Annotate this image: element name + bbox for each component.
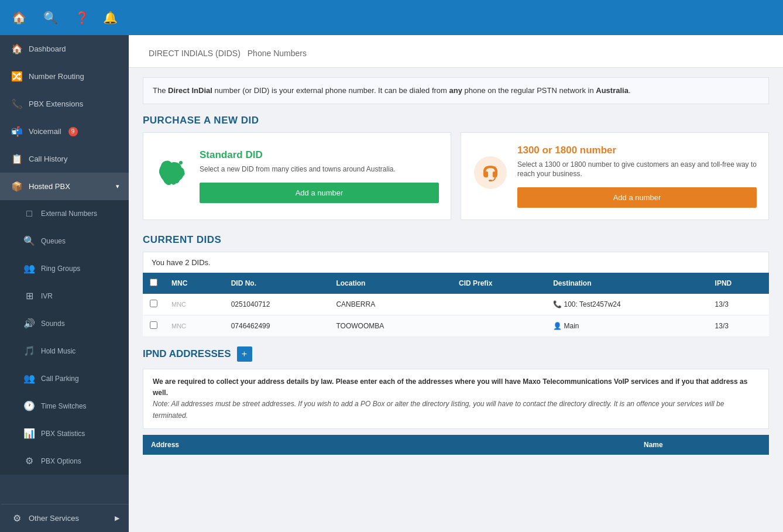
row1-ipnd: 13/3: [708, 294, 769, 315]
sidebar-item-external-numbers[interactable]: □ External Numbers: [0, 200, 129, 227]
topbar: 🏠 🔍 ❓ 🔔: [0, 0, 783, 35]
sidebar-submenu: □ External Numbers 🔍 Queues 👥 Ring Group…: [0, 200, 129, 475]
ipnd-info-bold: We are required to collect your address …: [153, 376, 759, 399]
sidebar-item-call-history[interactable]: 📋 Call History: [0, 145, 129, 173]
col-destination: Destination: [546, 273, 708, 294]
sidebar-label-sounds: Sounds: [41, 320, 65, 328]
sidebar-item-ring-groups[interactable]: 👥 Ring Groups: [0, 255, 129, 282]
sidebar-item-pbx-statistics[interactable]: 📊 PBX Statistics: [0, 420, 129, 447]
person-dest-icon: 👤: [553, 322, 562, 330]
add-standard-did-button[interactable]: Add a number: [200, 183, 439, 203]
dids-table: MNC DID No. Location CID Prefix Destinat…: [143, 273, 769, 337]
sidebar-label-dashboard: Dashboard: [29, 44, 66, 53]
table-row: MNC 0251040712 CANBERRA 📞 100: Test2457w…: [143, 294, 769, 315]
table-row: MNC 0746462499 TOOWOOMBA 👤 Main 13/3: [143, 315, 769, 337]
row1-mnc: MNC: [164, 294, 224, 315]
table-header-row: MNC DID No. Location CID Prefix Destinat…: [143, 273, 769, 294]
sidebar-item-sounds[interactable]: 🔊 Sounds: [0, 310, 129, 337]
sidebar-item-voicemail[interactable]: 📬 Voicemail 9: [0, 118, 129, 145]
svg-rect-2: [489, 180, 492, 181]
sidebar-item-call-parking[interactable]: 👥 Call Parking: [0, 365, 129, 392]
routing-icon: 🔀: [11, 71, 23, 82]
sidebar-label-time-switches: Time Switches: [41, 402, 87, 410]
info-banner: The Direct InDial number (or DID) is you…: [143, 77, 769, 104]
sidebar-item-pbx-extensions[interactable]: 📞 PBX Extensions: [0, 90, 129, 118]
add-toll-free-button[interactable]: Add a number: [517, 187, 757, 208]
sounds-icon: 🔊: [23, 318, 35, 329]
row1-checkbox[interactable]: [150, 300, 157, 307]
ipnd-heading-text: IPND ADDRESSES: [143, 348, 231, 360]
sidebar-label-call-history: Call History: [29, 155, 67, 163]
home-icon: 🏠: [11, 43, 23, 54]
sidebar-item-queues[interactable]: 🔍 Queues: [0, 227, 129, 255]
search-button[interactable]: 🔍: [37, 5, 63, 30]
sidebar-item-ivr[interactable]: ⊞ IVR: [0, 282, 129, 310]
sidebar-item-number-routing[interactable]: 🔀 Number Routing: [0, 63, 129, 90]
row2-location: TOOWOOMBA: [329, 315, 452, 337]
dids-count: You have 2 DIDs.: [143, 252, 769, 273]
purchase-cards: Standard DID Select a new DID from many …: [129, 132, 783, 232]
dids-table-wrap: MNC DID No. Location CID Prefix Destinat…: [143, 273, 769, 337]
sidebar-label-number-routing: Number Routing: [29, 72, 84, 81]
standard-did-description: Select a new DID from many cities and to…: [200, 164, 439, 174]
content-area: DIRECT INDIALS (DIDS) Phone Numbers The …: [129, 35, 783, 532]
headset-icon: [473, 155, 508, 197]
current-dids-heading: CURRENT DIDS: [143, 232, 769, 252]
ring-groups-icon: 👥: [23, 263, 35, 274]
select-all-checkbox[interactable]: [150, 279, 157, 286]
row1-location: CANBERRA: [329, 294, 452, 315]
current-dids-section: CURRENT DIDS You have 2 DIDs. MNC DID No…: [129, 232, 783, 337]
queues-icon: 🔍: [23, 235, 35, 246]
page-header: DIRECT INDIALS (DIDS) Phone Numbers: [129, 35, 783, 68]
toll-free-title: 1300 or 1800 number: [517, 145, 757, 156]
row2-checkbox[interactable]: [150, 321, 157, 329]
chevron-down-icon: ▾: [116, 183, 119, 190]
sidebar-label-external-numbers: External Numbers: [41, 210, 97, 218]
purchase-heading: PURCHASE A NEW DID: [129, 104, 783, 132]
sidebar: 🏠 Dashboard 🔀 Number Routing 📞 PBX Exten…: [0, 35, 129, 532]
sidebar-item-hosted-pbx[interactable]: 📦 Hosted PBX ▾: [0, 173, 129, 200]
toll-free-content: 1300 or 1800 number Select a 1300 or 180…: [517, 145, 757, 208]
voicemail-icon: 📬: [11, 126, 23, 137]
col-checkbox: [143, 273, 164, 294]
notification-bell[interactable]: 🔔: [103, 11, 118, 25]
sidebar-item-hold-music[interactable]: 🎵 Hold Music: [0, 337, 129, 365]
row2-did: 0746462499: [224, 315, 329, 337]
hosted-pbx-icon: 📦: [11, 181, 23, 192]
call-history-icon: 📋: [11, 153, 23, 164]
row1-destination: 📞 100: Test2457w24: [546, 294, 708, 315]
row1-cid: [452, 294, 546, 315]
main-layout: 🏠 Dashboard 🔀 Number Routing 📞 PBX Exten…: [0, 35, 783, 532]
standard-did-card: Standard DID Select a new DID from many …: [143, 132, 451, 221]
page-title: DIRECT INDIALS (DIDS) Phone Numbers: [143, 46, 769, 59]
row2-checkbox-cell: [143, 315, 164, 337]
svg-point-1: [474, 156, 507, 189]
sidebar-item-time-switches[interactable]: 🕐 Time Switches: [0, 392, 129, 420]
time-switches-icon: 🕐: [23, 400, 35, 411]
external-numbers-icon: □: [23, 208, 35, 219]
voicemail-badge: 9: [68, 127, 78, 136]
toll-free-description: Select a 1300 or 1800 number to give cus…: [517, 160, 757, 180]
home-button[interactable]: 🏠: [6, 5, 32, 30]
col-location: Location: [329, 273, 452, 294]
toll-free-card: 1300 or 1800 number Select a 1300 or 180…: [461, 132, 769, 221]
other-services-chevron-icon: ▶: [115, 514, 119, 522]
hold-music-icon: 🎵: [23, 345, 35, 356]
standard-did-title: Standard DID: [200, 149, 439, 161]
help-button[interactable]: ❓: [69, 5, 95, 30]
col-ipnd: IPND: [708, 273, 769, 294]
col-mnc: MNC: [164, 273, 224, 294]
ipnd-info-italic: Note: All addresses must be street addre…: [153, 399, 759, 421]
phone-icon: 📞: [11, 98, 23, 109]
sidebar-item-pbx-options[interactable]: ⚙ PBX Options: [0, 447, 129, 475]
sidebar-label-ivr: IVR: [41, 292, 53, 300]
ipnd-add-button[interactable]: +: [237, 346, 252, 362]
sidebar-label-pbx-statistics: PBX Statistics: [41, 430, 85, 438]
row2-destination: 👤 Main: [546, 315, 708, 337]
ipnd-info: We are required to collect your address …: [143, 369, 769, 429]
row1-checkbox-cell: [143, 294, 164, 315]
ipnd-section: IPND ADDRESSES + We are required to coll…: [129, 337, 783, 455]
sidebar-item-other-services[interactable]: ⚙ Other Services ▶: [0, 504, 129, 532]
sidebar-item-dashboard[interactable]: 🏠 Dashboard: [0, 35, 129, 63]
ipnd-heading: IPND ADDRESSES +: [143, 346, 769, 362]
